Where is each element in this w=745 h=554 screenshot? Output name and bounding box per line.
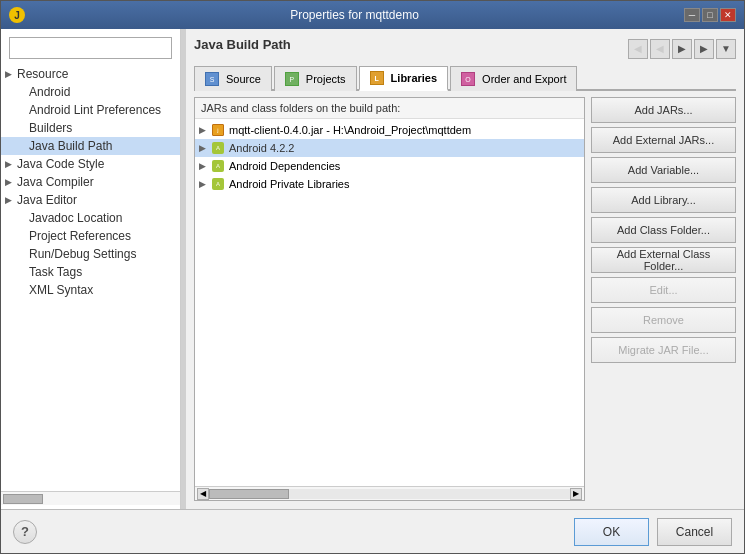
sidebar: ▶ Resource Android Android Lint Preferen… bbox=[1, 29, 181, 509]
sidebar-item-android[interactable]: Android bbox=[1, 83, 180, 101]
hscroll-left-button[interactable]: ◀ bbox=[197, 488, 209, 500]
arrow-icon-editor: ▶ bbox=[5, 195, 17, 205]
close-button[interactable]: ✕ bbox=[720, 8, 736, 22]
hscroll-inner: ◀ ▶ bbox=[197, 488, 582, 500]
jar-item-2[interactable]: ▶ A Android Dependencies bbox=[195, 157, 584, 175]
migrate-jar-button[interactable]: Migrate JAR File... bbox=[591, 337, 736, 363]
sidebar-item-task-tags[interactable]: Task Tags bbox=[1, 263, 180, 281]
add-jars-button[interactable]: Add JARs... bbox=[591, 97, 736, 123]
footer-buttons: OK Cancel bbox=[574, 518, 732, 546]
sidebar-item-builders[interactable]: Builders bbox=[1, 119, 180, 137]
sidebar-search-input[interactable] bbox=[9, 37, 172, 59]
minimize-button[interactable]: ─ bbox=[684, 8, 700, 22]
android-icon-3: A bbox=[212, 178, 224, 190]
dialog-footer: ? OK Cancel bbox=[1, 509, 744, 553]
projects-tab-icon: P bbox=[285, 72, 299, 86]
dialog-body: ▶ Resource Android Android Lint Preferen… bbox=[1, 29, 744, 509]
hscroll-thumb[interactable] bbox=[209, 489, 289, 499]
add-class-folder-button[interactable]: Add Class Folder... bbox=[591, 217, 736, 243]
sidebar-item-java-code-style[interactable]: ▶ Java Code Style bbox=[1, 155, 180, 173]
jar-type-icon: j bbox=[212, 124, 224, 136]
tabs-bar: S Source P Projects L Libraries O Order … bbox=[194, 64, 736, 91]
jar-arrow-3: ▶ bbox=[199, 179, 211, 189]
sidebar-item-java-editor[interactable]: ▶ Java Editor bbox=[1, 191, 180, 209]
window-title: Properties for mqttdemo bbox=[25, 8, 684, 22]
source-tab-icon: S bbox=[205, 72, 219, 86]
add-external-jars-button[interactable]: Add External JARs... bbox=[591, 127, 736, 153]
nav-back-button[interactable]: ◀ bbox=[628, 39, 648, 59]
arrow-icon-compiler: ▶ bbox=[5, 177, 17, 187]
sidebar-scrollbar[interactable] bbox=[1, 491, 180, 505]
hscroll-track[interactable] bbox=[209, 489, 570, 499]
title-controls: ─ □ ✕ bbox=[684, 8, 736, 22]
tab-projects-label: Projects bbox=[306, 73, 346, 85]
properties-dialog: J Properties for mqttdemo ─ □ ✕ ▶ Resour… bbox=[0, 0, 745, 554]
android-icon-2: A bbox=[212, 160, 224, 172]
sidebar-item-run-debug[interactable]: Run/Debug Settings bbox=[1, 245, 180, 263]
maximize-button[interactable]: □ bbox=[702, 8, 718, 22]
jars-section: JARs and class folders on the build path… bbox=[194, 97, 585, 501]
section-title: Java Build Path bbox=[194, 37, 291, 52]
footer-left: ? bbox=[13, 520, 37, 544]
sidebar-item-project-references[interactable]: Project References bbox=[1, 227, 180, 245]
sidebar-item-xml-syntax[interactable]: XML Syntax bbox=[1, 281, 180, 299]
tab-order-export[interactable]: O Order and Export bbox=[450, 66, 577, 91]
add-library-button[interactable]: Add Library... bbox=[591, 187, 736, 213]
sidebar-item-java-build-path[interactable]: Java Build Path bbox=[1, 137, 180, 155]
jar-text-0: mqtt-client-0.4.0.jar - H:\Android_Proje… bbox=[229, 124, 580, 136]
app-icon: J bbox=[9, 7, 25, 23]
tab-source[interactable]: S Source bbox=[194, 66, 272, 91]
jar-icon-0: j bbox=[211, 123, 225, 137]
edit-button[interactable]: Edit... bbox=[591, 277, 736, 303]
tab-source-label: Source bbox=[226, 73, 261, 85]
tab-libraries-label: Libraries bbox=[391, 72, 437, 84]
ok-button[interactable]: OK bbox=[574, 518, 649, 546]
top-bar: Java Build Path ◀ ◀ ▶ ▶ ▼ bbox=[194, 37, 736, 60]
jar-text-1: Android 4.2.2 bbox=[229, 142, 580, 154]
hscroll-right-button[interactable]: ▶ bbox=[570, 488, 582, 500]
order-tab-icon: O bbox=[461, 72, 475, 86]
arrow-icon-code-style: ▶ bbox=[5, 159, 17, 169]
add-variable-button[interactable]: Add Variable... bbox=[591, 157, 736, 183]
main-content: Java Build Path ◀ ◀ ▶ ▶ ▼ S Source P Pro… bbox=[186, 29, 744, 509]
jar-arrow-2: ▶ bbox=[199, 161, 211, 171]
nav-menu-button[interactable]: ▼ bbox=[716, 39, 736, 59]
help-button[interactable]: ? bbox=[13, 520, 37, 544]
android-icon-1: A bbox=[212, 142, 224, 154]
title-bar: J Properties for mqttdemo ─ □ ✕ bbox=[1, 1, 744, 29]
jar-item-0[interactable]: ▶ j mqtt-client-0.4.0.jar - H:\Android_P… bbox=[195, 121, 584, 139]
sidebar-item-android-lint[interactable]: Android Lint Preferences bbox=[1, 101, 180, 119]
nav-forward2-button[interactable]: ▶ bbox=[694, 39, 714, 59]
nav-back2-button[interactable]: ◀ bbox=[650, 39, 670, 59]
jar-item-1[interactable]: ▶ A Android 4.2.2 bbox=[195, 139, 584, 157]
jar-icon-1: A bbox=[211, 141, 225, 155]
add-external-class-folder-button[interactable]: Add External Class Folder... bbox=[591, 247, 736, 273]
sidebar-item-resource[interactable]: ▶ Resource bbox=[1, 65, 180, 83]
jars-hscrollbar[interactable]: ◀ ▶ bbox=[195, 486, 584, 500]
tab-order-label: Order and Export bbox=[482, 73, 566, 85]
jar-text-2: Android Dependencies bbox=[229, 160, 580, 172]
jar-item-3[interactable]: ▶ A Android Private Libraries bbox=[195, 175, 584, 193]
jar-arrow-0: ▶ bbox=[199, 125, 211, 135]
tab-libraries[interactable]: L Libraries bbox=[359, 66, 448, 91]
sidebar-item-java-compiler[interactable]: ▶ Java Compiler bbox=[1, 173, 180, 191]
nav-forward-button[interactable]: ▶ bbox=[672, 39, 692, 59]
sidebar-scroll-thumb[interactable] bbox=[3, 494, 43, 504]
arrow-icon: ▶ bbox=[5, 69, 17, 79]
jar-icon-2: A bbox=[211, 159, 225, 173]
libraries-panel: JARs and class folders on the build path… bbox=[194, 97, 736, 501]
jar-icon-3: A bbox=[211, 177, 225, 191]
jar-arrow-1: ▶ bbox=[199, 143, 211, 153]
nav-arrows: ◀ ◀ ▶ ▶ ▼ bbox=[628, 39, 736, 59]
libraries-tab-icon: L bbox=[370, 71, 384, 85]
jars-list[interactable]: ▶ j mqtt-client-0.4.0.jar - H:\Android_P… bbox=[195, 119, 584, 486]
cancel-button[interactable]: Cancel bbox=[657, 518, 732, 546]
jar-text-3: Android Private Libraries bbox=[229, 178, 580, 190]
tab-projects[interactable]: P Projects bbox=[274, 66, 357, 91]
buttons-panel: Add JARs... Add External JARs... Add Var… bbox=[591, 97, 736, 501]
sidebar-item-javadoc-location[interactable]: Javadoc Location bbox=[1, 209, 180, 227]
remove-button[interactable]: Remove bbox=[591, 307, 736, 333]
jars-label: JARs and class folders on the build path… bbox=[195, 98, 584, 119]
